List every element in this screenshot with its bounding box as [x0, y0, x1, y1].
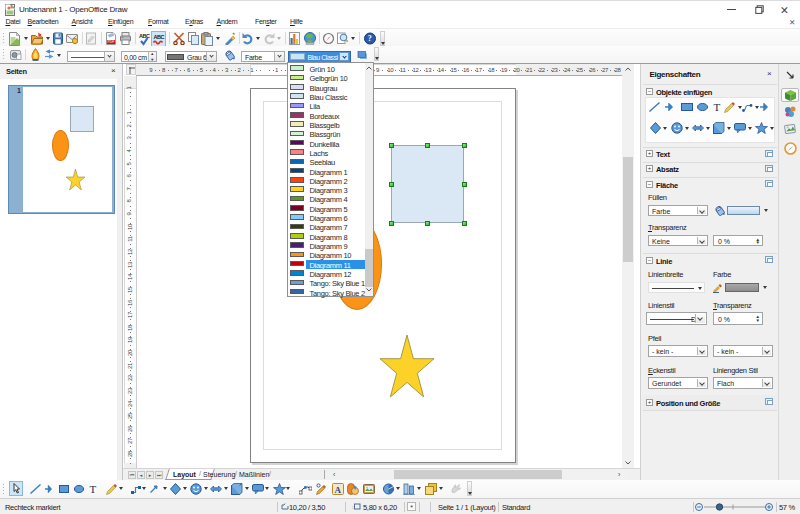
- svg-text:ABC: ABC: [139, 33, 150, 39]
- svg-text:ABC: ABC: [153, 34, 164, 40]
- svg-text:PDF: PDF: [108, 40, 115, 44]
- svg-text:?: ?: [367, 34, 371, 43]
- svg-text:T: T: [90, 483, 97, 494]
- svg-text::: :: [352, 504, 354, 510]
- svg-text:A: A: [335, 485, 342, 495]
- svg-text:T: T: [714, 101, 721, 112]
